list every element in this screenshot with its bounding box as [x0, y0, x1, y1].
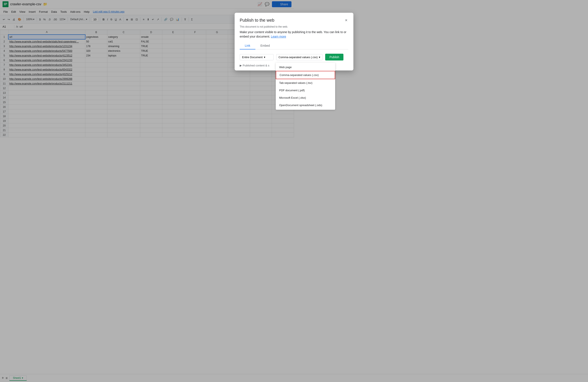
publish-modal: Publish to the web × This document is no…	[235, 13, 294, 70]
dropdown-item-webpage[interactable]: Web page	[276, 64, 294, 71]
modal-overlay[interactable]: Publish to the web × This document is no…	[0, 0, 294, 191]
modal-header: Publish to the web ×	[235, 13, 294, 25]
dropdown-item-xlsx[interactable]: Microsoft Excel (.xlsx)	[276, 94, 294, 101]
chevron-right-icon: ▶	[240, 64, 242, 67]
modal-description: Make your content visible to anyone by p…	[240, 30, 294, 39]
modal-subtitle: This document is not published to the we…	[240, 25, 294, 28]
learn-more-link[interactable]: Learn more	[271, 35, 286, 38]
format-type-dropdown[interactable]: Comma-separated values (.csv) ▾	[276, 54, 294, 60]
dropdown-item-tsv[interactable]: Tab-separated values (.tsv)	[276, 79, 294, 87]
publish-row: Entire Document ▾ Comma-separated values…	[240, 54, 294, 61]
modal-title: Publish to the web	[240, 18, 274, 23]
chevron-down-icon-modal: ▾	[264, 56, 265, 59]
tab-link[interactable]: Link	[240, 42, 255, 49]
modal-body: This document is not published to the we…	[235, 25, 294, 70]
dropdown-item-csv[interactable]: Comma-separated values (.csv)	[276, 71, 294, 79]
document-scope-dropdown[interactable]: Entire Document ▾	[240, 54, 274, 60]
format-dropdown-menu: Web page Comma-separated values (.csv) T…	[276, 63, 294, 110]
modal-tabs: Link Embed	[240, 42, 294, 49]
dropdown-item-pdf[interactable]: PDF document (.pdf)	[276, 87, 294, 94]
dropdown-item-ods[interactable]: OpenDocument spreadsheet (.ods)	[276, 101, 294, 109]
tab-embed[interactable]: Embed	[255, 42, 275, 49]
